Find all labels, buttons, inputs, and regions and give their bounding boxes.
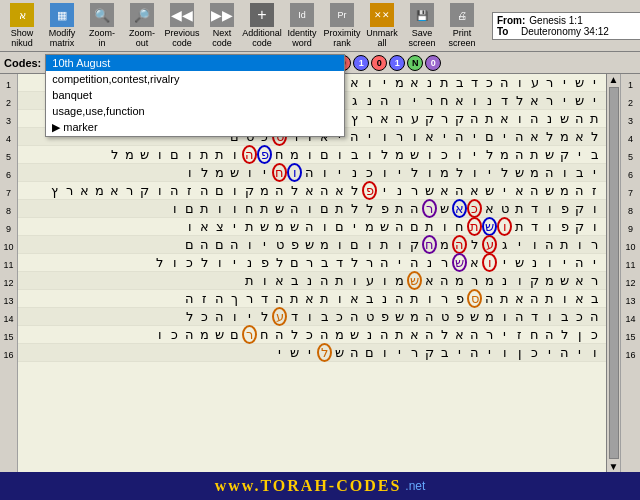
text-row-16: ו י ה י כ ן ו י ה י ב ק ר י ו ם ה ש ל י [18,344,606,362]
save-screen-icon: 💾 [410,3,434,27]
heb-cell: ה [392,111,407,126]
codes-bar: Codes: 10th August competition,contest,r… [0,52,640,74]
heb-cell: ל [452,165,467,180]
heb-cell: ה [347,345,362,360]
heb-cell: ה [302,219,317,234]
heb-cell: א [77,183,92,198]
dropdown-item-4[interactable]: ▶ marker [46,119,344,136]
heb-cell: א [512,291,527,306]
heb-cell: מ [482,309,497,324]
heb-cell: כ [482,75,497,90]
show-nikud-button[interactable]: אּ Shownikud [4,0,40,51]
heb-cell: ר [362,255,377,270]
heb-cell: ו [347,273,362,288]
heb-cell: ת [257,201,272,216]
next-code-button[interactable]: ▶▶ Nextcode [204,0,240,51]
heb-cell: ש [272,201,287,216]
from-label: From: [497,15,525,26]
heb-cell: ו [512,111,527,126]
heb-cell: ש [212,327,227,342]
heb-cell: ה [452,129,467,144]
scroll-thumb[interactable] [609,87,619,459]
heb-cell: ת [242,219,257,234]
heb-cell: י [362,129,377,144]
heb-cell: ק [452,111,467,126]
heb-cell: ה [212,291,227,306]
heb-cell: ה [317,273,332,288]
heb-cell: ל [587,129,602,144]
heb-cell: מ [392,273,407,288]
scroll-up-btn[interactable]: ▲ [609,74,619,85]
heb-cell: ו [467,165,482,180]
heb-cell: ה [467,327,482,342]
scrollbar[interactable]: ▲ ▼ [606,74,620,472]
heb-cell: ה [542,165,557,180]
ln-l-12: 12 [3,274,13,292]
additional-code-label: Additionalcode [242,28,282,48]
zoom-out-button[interactable]: 🔎 Zoom-out [124,0,160,51]
dropdown-item-1[interactable]: competition,contest,rivalry [46,71,344,87]
heb-cell: א [452,93,467,108]
heb-cell: ה [317,183,332,198]
heb-cell: ל [482,147,497,162]
circle-btn-6[interactable]: N [407,55,423,71]
heb-cell: ק [242,183,257,198]
heb-cell: י [557,93,572,108]
previous-code-button[interactable]: ◀◀ Previouscode [164,0,200,51]
heb-cell: פ [377,201,392,216]
zoom-in-button[interactable]: 🔍 Zoom-in [84,0,120,51]
unmark-all-button[interactable]: ✕✕ Unmarkall [364,0,400,51]
heb-cell: י [557,255,572,270]
heb-cell: ר [437,111,452,126]
modify-matrix-button[interactable]: ▦ Modifymatrix [44,0,80,51]
heb-cell: ו [497,345,512,360]
heb-cell: ו [332,147,347,162]
ln-r-6: 6 [628,166,633,184]
heb-cell: מ [272,219,287,234]
heb-cell: ו [257,273,272,288]
heb-cell: ל [257,309,272,324]
circle-btn-7[interactable]: 0 [425,55,441,71]
heb-cell: ת [197,201,212,216]
additional-code-button[interactable]: + Additionalcode [244,0,280,51]
text-row-6: י ב ו ה מ ש ל י ו ל מ ו ל י ו כ נ י ו ה [18,164,606,182]
circle-btn-5[interactable]: 1 [389,55,405,71]
circle-btn-3[interactable]: 1 [353,55,369,71]
heb-cell: ו [497,309,512,324]
heb-cell: א [302,291,317,306]
dropdown-item-0[interactable]: 10th August [46,55,344,71]
heb-cell: י [557,75,572,90]
print-screen-button[interactable]: 🖨 Printscreen [444,0,480,51]
heb-cell: ו [152,327,167,342]
heb-cell: ו [392,237,407,252]
heb-cell: ב [317,255,332,270]
save-screen-button[interactable]: 💾 Savescreen [404,0,440,51]
heb-cell: מ [212,165,227,180]
identity-word-button[interactable]: Id Identityword [284,0,320,51]
ln-r-8: 8 [628,202,633,220]
heb-cell: ק [422,111,437,126]
heb-cell: א [332,183,347,198]
heb-cell: ו [437,219,452,234]
heb-cell: ל [512,93,527,108]
heb-cell: י [242,309,257,324]
dropdown-item-3[interactable]: usage,use,function [46,103,344,119]
heb-cell: ה [467,345,482,360]
heb-cell: ו [452,147,467,162]
heb-cell-hl: ו [497,217,512,236]
circle-btn-4[interactable]: 0 [371,55,387,71]
heb-cell: י [482,345,497,360]
heb-cell: א [497,111,512,126]
scroll-down-btn[interactable]: ▼ [609,461,619,472]
heb-cell: ל [182,309,197,324]
heb-cell: א [467,255,482,270]
heb-cell: ל [107,147,122,162]
heb-cell: א [572,291,587,306]
heb-cell: ר [407,183,422,198]
heb-cell: י [587,93,602,108]
dropdown-item-2[interactable]: banquet [46,87,344,103]
heb-cell: ח [242,201,257,216]
heb-cell: צ [212,219,227,234]
proximity-rank-button[interactable]: Pr Proximityrank [324,0,360,51]
heb-cell: ל [197,255,212,270]
